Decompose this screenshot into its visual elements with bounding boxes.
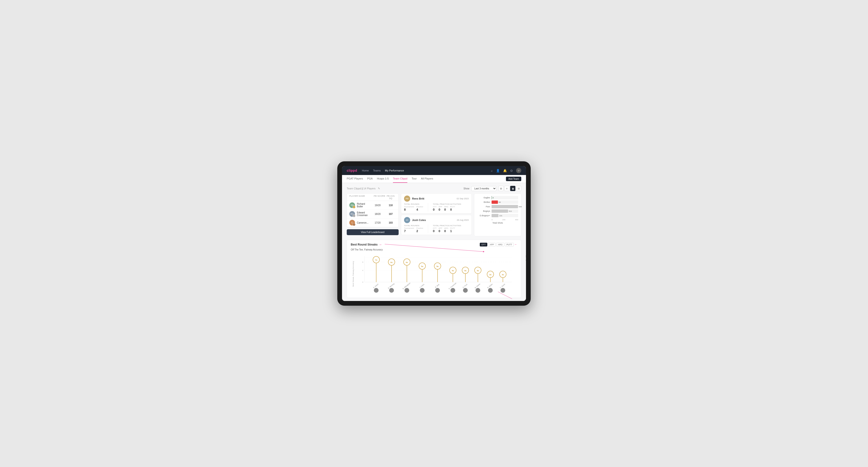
chart-label: Birdies: [477, 201, 490, 203]
nav-link-my-performance[interactable]: My Performance: [385, 169, 404, 172]
tab-all-players[interactable]: All Players: [421, 175, 433, 183]
chart-bar-container: 3: [492, 196, 518, 199]
arrow-icon: ←: [379, 243, 382, 247]
table-row[interactable]: RB 1 Richard Butler 19/20 110: [347, 201, 398, 210]
svg-point-23: [404, 288, 409, 293]
chart-bar: [492, 200, 498, 204]
tablet-frame: clippd Home Teams My Performance ⌕ 👤 🔔 ⊙…: [337, 161, 531, 306]
rank-badge: 2: [352, 214, 355, 217]
streaks-subtitle: Off The Tee, Fairway Accuracy: [351, 248, 517, 251]
practice-activities-stat: Total Practice Activities OTT 0 APP 0: [433, 203, 461, 211]
nav-link-home[interactable]: Home: [362, 169, 369, 172]
user-icon[interactable]: 👤: [496, 169, 500, 173]
svg-text:6x: 6x: [406, 261, 408, 263]
grid-view-btn[interactable]: ⊞: [498, 186, 503, 191]
stat-label: Total Practice Activities: [433, 203, 461, 205]
view-leaderboard-button[interactable]: View Full Leaderboard: [347, 229, 399, 235]
stat-btn-putt[interactable]: PUTT: [505, 243, 514, 247]
card-view-btn[interactable]: ▦: [510, 186, 516, 191]
tab-pga[interactable]: PGA: [367, 175, 373, 183]
tab-hcaps[interactable]: Hcaps 1-5: [377, 175, 389, 183]
practice-label: Practice: [416, 227, 423, 229]
svg-point-28: [420, 288, 425, 293]
svg-point-48: [475, 288, 480, 293]
stat-btn-app[interactable]: APP: [488, 243, 496, 247]
show-select[interactable]: Last 3 months Last 6 months Last 12 mont…: [471, 186, 497, 191]
avatar: RB 1: [349, 203, 355, 208]
svg-text:R. Britt: R. Britt: [435, 283, 440, 288]
stat-label: Total Rounds: [404, 203, 423, 205]
ott-label: OTT: [433, 227, 437, 229]
app-label: APP: [438, 227, 442, 229]
toggle-arrow-icon: ←: [515, 243, 517, 247]
app-value: 0: [438, 208, 442, 211]
nav-link-teams[interactable]: Teams: [373, 169, 381, 172]
rounds-stat: Total Rounds Tournament 7 Practice 2: [404, 224, 423, 233]
right-panel: Eagles 3 Birdies 96: [474, 193, 521, 236]
lb-col-avg: PB AVG SQ: [385, 195, 396, 199]
chart-bar: [492, 205, 518, 208]
player-name: Cameron...: [357, 221, 370, 224]
svg-text:3x: 3x: [502, 274, 504, 276]
tab-tour[interactable]: Tour: [412, 175, 416, 183]
axis-label: 400: [515, 219, 518, 221]
arg-value: 0: [444, 229, 448, 233]
svg-point-33: [435, 288, 440, 293]
edit-icon[interactable]: ✎: [378, 187, 380, 190]
svg-text:7x: 7x: [375, 259, 377, 261]
table-row[interactable]: EC 2 Edward Crossman 18/20 107: [347, 210, 398, 218]
svg-point-13: [374, 288, 379, 293]
tab-pgat-players[interactable]: PGAT Players: [347, 175, 363, 183]
svg-text:C. Quick: C. Quick: [500, 283, 506, 289]
chart-axis: 0 200 400: [477, 219, 518, 221]
add-team-button[interactable]: Add Team: [506, 177, 521, 181]
avatar: JC: [404, 217, 410, 223]
left-panel: PLAYER NAME PB SCORE PB AVG SQ RB 1 Rich…: [347, 193, 399, 236]
player-card-header: RB Rees Britt 02 Sep 2023: [404, 195, 469, 201]
nav-logo: clippd: [347, 168, 357, 173]
svg-text:0: 0: [362, 281, 363, 283]
player-card-header: JC Josh Coles 26 Aug 2023: [404, 217, 469, 223]
chart-label: Bogeys: [477, 210, 490, 212]
svg-point-43: [463, 288, 468, 293]
settings-icon[interactable]: ⊙: [510, 169, 513, 173]
player-score: 19/20: [372, 204, 383, 207]
rank-badge: 1: [352, 206, 355, 209]
bell-icon[interactable]: 🔔: [503, 169, 507, 173]
lb-header: PLAYER NAME PB SCORE PB AVG SQ: [347, 194, 398, 201]
player-name: Rees Britt: [412, 197, 424, 200]
chart-bar-container: 96: [492, 200, 518, 204]
svg-text:Players: Players: [436, 293, 442, 294]
tournament-label: Tournament: [404, 227, 414, 229]
table-view-btn[interactable]: ⊟: [516, 186, 521, 191]
tournament-label: Tournament: [404, 206, 414, 208]
avatar[interactable]: U: [516, 168, 521, 173]
player-stats: Total Rounds Tournament 7 Practice 2: [404, 224, 469, 233]
stat-label: Total Rounds: [404, 224, 423, 227]
chart-bar-container: 499: [492, 205, 518, 208]
chart-title: Total Shots: [477, 222, 518, 224]
stat-btn-ott[interactable]: OTT: [480, 243, 487, 247]
player-score: 17/20: [372, 221, 383, 224]
avatar: C 3: [349, 220, 355, 225]
chart-bar: [492, 196, 492, 199]
player-stats: Total Rounds Tournament 8 Practice 4: [404, 203, 469, 211]
table-row[interactable]: C 3 Cameron... 17/20 103: [347, 218, 398, 227]
list-view-btn[interactable]: ≡: [504, 186, 509, 191]
chart-label: Eagles: [477, 196, 490, 199]
lb-col-name: PLAYER NAME: [349, 195, 374, 199]
streaks-title-text: Best Round Streaks: [351, 243, 378, 246]
rounds-stat: Total Rounds Tournament 8 Practice 4: [404, 203, 423, 211]
subtitle-label: Off The Tee: [351, 248, 363, 251]
player-avg: 110: [385, 204, 396, 207]
player-date: 26 Aug 2023: [457, 219, 469, 221]
practice-value: 4: [416, 208, 423, 211]
svg-text:4: 4: [362, 270, 363, 271]
search-icon[interactable]: ⌕: [491, 169, 493, 173]
tournament-value: 8: [404, 208, 414, 211]
tablet-screen: clippd Home Teams My Performance ⌕ 👤 🔔 ⊙…: [342, 166, 526, 301]
player-avg: 107: [385, 213, 396, 215]
tab-team-clippd[interactable]: Team Clippd: [393, 175, 407, 183]
stat-btn-arg[interactable]: ARG: [496, 243, 504, 247]
svg-point-18: [389, 288, 394, 293]
